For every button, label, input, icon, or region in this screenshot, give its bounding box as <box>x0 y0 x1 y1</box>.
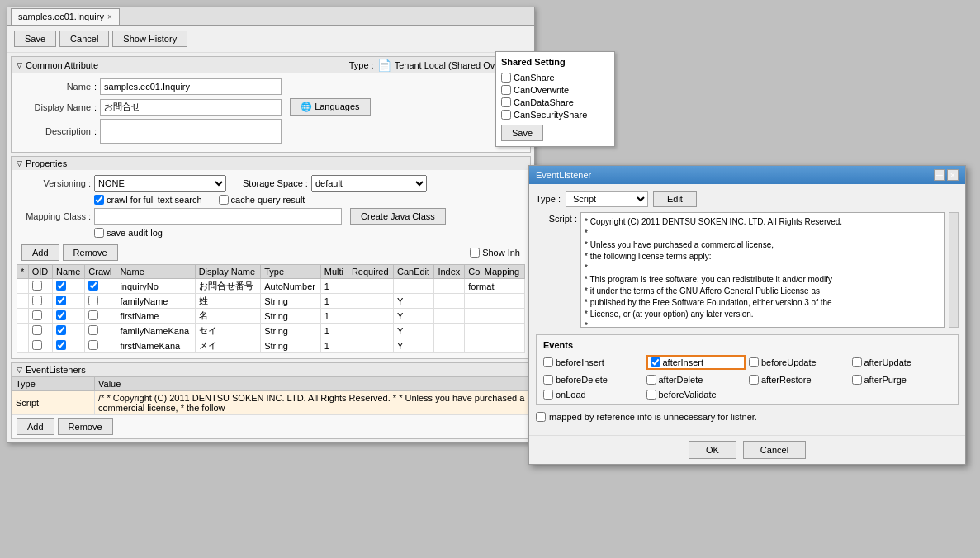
cell-colmapping <box>465 338 525 353</box>
after-restore-checkbox[interactable] <box>749 375 759 385</box>
before-validate-checkbox-label[interactable]: beforeValidate <box>646 390 746 400</box>
properties-add-button[interactable]: Add <box>21 244 59 261</box>
cancel-button[interactable]: Cancel <box>59 31 109 47</box>
table-row[interactable]: familyNameKana セイ String 1 Y <box>17 324 525 338</box>
cell-colmapping <box>465 324 525 338</box>
col-name-cb: Name <box>52 265 84 279</box>
audit-log-checkbox-label[interactable]: save audit log <box>94 228 163 238</box>
tab-samples-inquiry[interactable]: samples.ec01.Inquiry × <box>11 8 120 25</box>
can-security-share-label[interactable]: CanSecurityShare <box>501 110 609 120</box>
before-update-checkbox[interactable] <box>749 357 759 367</box>
after-delete-checkbox-label[interactable]: afterDelete <box>646 375 746 385</box>
crawl-checkbox-label[interactable]: crawl for full text search <box>94 195 202 205</box>
col-name: Name <box>116 265 195 279</box>
cell-name-cb <box>52 279 84 294</box>
versioning-select[interactable]: NONE <box>94 175 226 192</box>
table-row[interactable]: firstName 名 String 1 Y <box>17 309 525 324</box>
dialog-type-row: Type : Script Edit <box>536 191 959 207</box>
script-scrollbar[interactable] <box>949 212 959 328</box>
col-display-name: Display Name <box>195 265 261 279</box>
event-listeners-table: Type Value Script /* * Copyright (C) 201… <box>12 376 530 415</box>
can-data-share-label[interactable]: CanDataShare <box>501 97 609 107</box>
can-share-checkbox[interactable] <box>501 73 511 83</box>
languages-button[interactable]: 🌐 Languages <box>290 98 371 116</box>
dialog-titlebar: EventListener ─ × <box>529 166 965 184</box>
after-delete-checkbox[interactable] <box>646 375 656 385</box>
description-row: Description : <box>17 119 525 144</box>
after-update-checkbox-label[interactable]: afterUpdate <box>852 355 952 370</box>
can-security-share-checkbox[interactable] <box>501 110 511 120</box>
can-overwrite-label[interactable]: CanOverwrite <box>501 85 609 95</box>
dialog-close-button[interactable]: × <box>947 169 959 181</box>
dialog-minimize-button[interactable]: ─ <box>934 169 945 181</box>
mapping-class-label: Mapping Class : <box>17 211 91 221</box>
cell-crawl <box>85 279 116 294</box>
on-load-checkbox-label[interactable]: onLoad <box>543 390 643 400</box>
cell-required <box>348 324 393 338</box>
shared-setting-save-button[interactable]: Save <box>501 125 543 141</box>
languages-label: Languages <box>315 102 359 111</box>
before-insert-checkbox-label[interactable]: beforeInsert <box>543 355 643 370</box>
after-restore-label: afterRestore <box>761 375 812 385</box>
properties-remove-button[interactable]: Remove <box>63 244 118 261</box>
table-row[interactable]: inquiryNo お問合せ番号 AutoNumber 1 format <box>17 279 525 294</box>
after-insert-checkbox-label[interactable]: afterInsert <box>646 355 746 370</box>
after-purge-checkbox-label[interactable]: afterPurge <box>852 375 952 385</box>
display-name-label: Display Name <box>17 102 91 112</box>
before-update-checkbox-label[interactable]: beforeUpdate <box>749 355 849 370</box>
dialog-type-select[interactable]: Script <box>566 191 648 207</box>
name-input[interactable] <box>100 78 282 95</box>
dialog-ok-button[interactable]: OK <box>689 441 736 459</box>
tab-close-icon[interactable]: × <box>107 12 112 21</box>
mapping-class-input[interactable] <box>94 208 342 225</box>
globe-icon: 🌐 <box>301 102 312 111</box>
table-row[interactable]: firstNameKana メイ String 1 Y <box>17 338 525 353</box>
table-row[interactable]: familyName 姓 String 1 Y <box>17 294 525 309</box>
cell-type: String <box>261 324 321 338</box>
display-name-input[interactable] <box>100 99 282 116</box>
can-share-label[interactable]: CanShare <box>501 73 609 83</box>
audit-log-label: save audit log <box>107 228 163 238</box>
events-title: Events <box>543 340 951 350</box>
cache-query-checkbox-label[interactable]: cache query result <box>219 195 305 205</box>
cell-star <box>17 294 29 309</box>
crawl-checkbox[interactable] <box>94 195 104 205</box>
create-java-class-button[interactable]: Create Java Class <box>350 208 446 225</box>
properties-section: ▽ Properties Versioning : NONE Storage S… <box>11 156 531 359</box>
dialog-edit-button[interactable]: Edit <box>653 191 697 207</box>
description-input[interactable] <box>100 119 282 144</box>
after-restore-checkbox-label[interactable]: afterRestore <box>749 375 849 385</box>
on-load-checkbox[interactable] <box>543 390 553 400</box>
before-delete-checkbox[interactable] <box>543 375 553 385</box>
show-history-button[interactable]: Show History <box>112 31 187 47</box>
el-add-button[interactable]: Add <box>17 418 54 435</box>
after-update-checkbox[interactable] <box>852 357 862 367</box>
el-remove-button[interactable]: Remove <box>58 418 113 435</box>
col-crawl: Crawl <box>85 265 116 279</box>
cell-name: firstNameKana <box>116 338 195 353</box>
before-validate-checkbox[interactable] <box>646 390 656 400</box>
dialog-title: EventListener <box>536 170 591 180</box>
can-data-share-checkbox[interactable] <box>501 97 511 107</box>
dialog-cancel-button[interactable]: Cancel <box>743 441 806 459</box>
show-inh-checkbox[interactable] <box>470 248 480 258</box>
before-insert-checkbox[interactable] <box>543 357 553 367</box>
el-table-row[interactable]: Script /* * Copyright (C) 2011 DENTSU SO… <box>12 391 530 415</box>
after-purge-checkbox[interactable] <box>852 375 862 385</box>
can-overwrite-checkbox[interactable] <box>501 85 511 95</box>
after-insert-checkbox[interactable] <box>651 357 660 367</box>
col-oid: OID <box>28 265 52 279</box>
cache-query-checkbox[interactable] <box>219 195 229 205</box>
audit-log-checkbox[interactable] <box>94 228 104 238</box>
storage-space-select[interactable]: default <box>311 175 427 192</box>
event-listeners-header[interactable]: ▽ EventListeners <box>12 363 530 376</box>
mapped-checkbox[interactable] <box>536 412 546 422</box>
event-listeners-section: ▽ EventListeners Type Value Script /* * … <box>11 362 531 439</box>
events-box: Events beforeInsert afterInsert beforeUp… <box>536 334 959 405</box>
common-attribute-header[interactable]: ▽ Common Attribute Type : 📄 Tenant Local… <box>12 57 530 73</box>
properties-header[interactable]: ▽ Properties <box>12 157 530 170</box>
before-delete-checkbox-label[interactable]: beforeDelete <box>543 375 643 385</box>
save-button[interactable]: Save <box>14 31 56 47</box>
before-update-label: beforeUpdate <box>761 357 817 367</box>
cell-star <box>17 279 29 294</box>
